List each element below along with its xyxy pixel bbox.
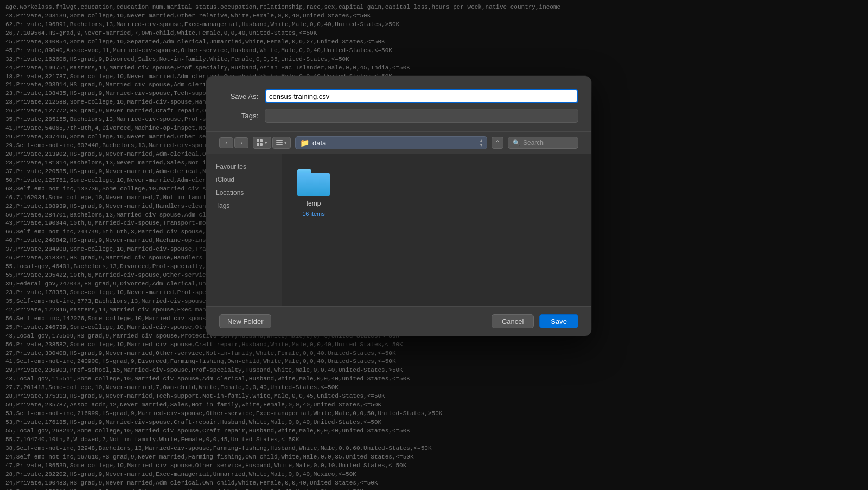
icon-view-button[interactable]: ▾ bbox=[253, 137, 271, 149]
folder-body bbox=[297, 173, 330, 196]
tags-row: Tags: bbox=[219, 109, 578, 123]
forward-button[interactable]: › bbox=[234, 137, 248, 148]
tags-input[interactable] bbox=[265, 109, 578, 123]
cancel-button[interactable]: Cancel bbox=[492, 314, 534, 328]
view-button-group: ▾ ▾ bbox=[253, 137, 291, 149]
new-folder-button[interactable]: New Folder bbox=[219, 314, 271, 328]
chevron-down-icon-loc: ▾ bbox=[480, 143, 482, 148]
file-item-count: 16 items bbox=[302, 211, 325, 217]
chevron-up-icon: ▴ bbox=[480, 138, 482, 143]
save-as-input[interactable] bbox=[265, 89, 578, 103]
grid-icon bbox=[257, 139, 263, 146]
location-dropdown[interactable]: 📁 data ▴ ▾ bbox=[295, 136, 487, 149]
file-item-name: temp bbox=[307, 200, 321, 207]
back-button[interactable]: ‹ bbox=[219, 137, 233, 148]
sidebar-item-icloud[interactable]: iCloud bbox=[208, 174, 279, 186]
file-browser: temp 16 items bbox=[282, 154, 591, 306]
sidebar-item-tags[interactable]: Tags bbox=[208, 200, 279, 212]
nav-button-group: ‹ › bbox=[219, 137, 248, 148]
save-button[interactable]: Save bbox=[539, 314, 578, 328]
sidebar-item-favourites[interactable]: Favourites bbox=[208, 161, 279, 173]
folder-icon-large bbox=[297, 169, 330, 196]
dialog-buttons: New Folder Cancel Save bbox=[206, 306, 591, 336]
folder-icon: 📁 bbox=[300, 138, 309, 147]
save-dialog: Save As: Tags: ‹ › bbox=[206, 76, 591, 336]
location-label: data bbox=[312, 139, 326, 147]
sidebar: Favourites iCloud Locations Tags bbox=[206, 154, 282, 306]
expand-button[interactable]: ⌃ bbox=[492, 137, 503, 149]
list-icon bbox=[276, 140, 283, 145]
location-chevrons: ▴ ▾ bbox=[480, 138, 482, 148]
search-icon: 🔍 bbox=[513, 139, 520, 147]
sidebar-item-locations[interactable]: Locations bbox=[208, 187, 279, 199]
search-placeholder: Search bbox=[523, 139, 544, 147]
dialog-body: Favourites iCloud Locations Tags temp 16… bbox=[206, 154, 591, 306]
dialog-form: Save As: Tags: bbox=[206, 76, 591, 131]
expand-icon: ⌃ bbox=[495, 139, 500, 147]
chevron-down-icon: ▾ bbox=[265, 140, 267, 145]
list-view-button[interactable]: ▾ bbox=[272, 137, 291, 149]
save-as-row: Save As: bbox=[219, 89, 578, 103]
dialog-toolbar: ‹ › ▾ bbox=[206, 131, 591, 154]
chevron-right-icon: › bbox=[240, 139, 242, 146]
chevron-down-icon-2: ▾ bbox=[284, 140, 287, 145]
save-as-label: Save As: bbox=[219, 92, 258, 100]
chevron-left-icon: ‹ bbox=[225, 139, 227, 146]
search-box[interactable]: 🔍 Search bbox=[508, 137, 578, 149]
tags-label: Tags: bbox=[219, 112, 258, 120]
list-item[interactable]: temp 16 items bbox=[293, 165, 334, 221]
